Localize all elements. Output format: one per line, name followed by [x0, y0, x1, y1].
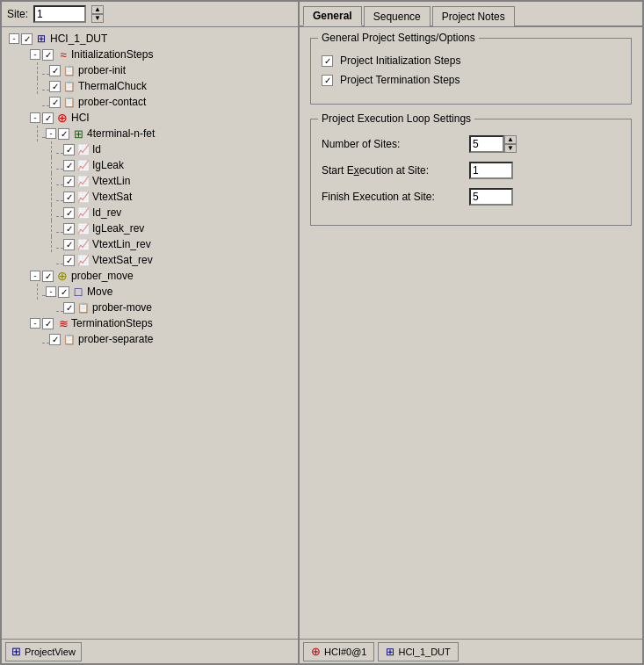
site-input[interactable] — [33, 5, 86, 23]
tree-container[interactable]: - ⊞ HCI_1_DUT - ≈ InitializationSteps 📋 … — [2, 27, 298, 639]
tree-row-hci[interactable]: - ⊕ HCI — [2, 110, 298, 126]
checkbox-vtextlin[interactable] — [63, 176, 75, 187]
tree-row-vtextlin[interactable]: 📈 VtextLin — [2, 173, 298, 189]
tree-row-thermal-chuck[interactable]: 📋 ThermalChuck — [2, 78, 298, 94]
tab-project-notes[interactable]: Project Notes — [432, 6, 515, 26]
expand-hci[interactable]: - — [30, 112, 40, 123]
label-vtextsat-rev: VtextSat_rev — [92, 254, 153, 266]
checkbox-proj-term[interactable] — [322, 75, 333, 86]
tree-row-prober-move[interactable]: - ⊕ prober_move — [2, 268, 298, 284]
num-sites-spinner: ▲ ▼ — [504, 135, 517, 153]
left-bottom-bar: ⊞ ProjectView — [2, 639, 298, 663]
label-move: Move — [87, 286, 112, 298]
checkbox-igleak-rev[interactable] — [63, 223, 75, 235]
start-exec-label: Start Execution at Site: — [322, 164, 462, 177]
init-steps-row: Project Initialization Steps — [322, 54, 620, 67]
checkbox-prober-sep[interactable] — [49, 334, 61, 345]
tree-row-prober-init[interactable]: 📋 prober-init — [2, 62, 298, 78]
right-panel: General Sequence Project Notes General P… — [299, 0, 644, 665]
checkbox-prober-move2[interactable] — [63, 302, 75, 314]
label-vtextsat: VtextSat — [92, 191, 132, 203]
checkbox-prober-contact[interactable] — [49, 97, 61, 108]
general-settings-title: General Project Settings/Options — [318, 32, 479, 44]
tree-row-prober-sep[interactable]: 📋 prober-separate — [2, 331, 298, 347]
expand-hci1-dut[interactable]: - — [9, 33, 19, 44]
label-hci1-dut: HCI_1_DUT — [50, 33, 107, 45]
expand-move[interactable]: - — [46, 286, 56, 297]
checkbox-term-steps[interactable] — [42, 318, 54, 329]
expand-term-steps[interactable]: - — [30, 318, 40, 329]
label-vtextlin: VtextLin — [92, 175, 130, 187]
start-exec-row: Start Execution at Site: — [322, 162, 620, 179]
checkbox-vtextsat-rev[interactable] — [63, 255, 75, 266]
checkbox-igleak[interactable] — [63, 160, 75, 171]
meas-icon-id-rev: 📈 — [76, 206, 90, 219]
term-steps-icon: ≋ — [55, 317, 69, 329]
4terminal-icon: ⊞ — [71, 127, 85, 140]
tab-general[interactable]: General — [303, 6, 362, 26]
tree-row-prober-contact[interactable]: 📋 prober-contact — [2, 94, 298, 110]
tab-sequence[interactable]: Sequence — [364, 6, 431, 26]
checkbox-id-rev[interactable] — [63, 207, 75, 219]
checkbox-prober-move[interactable] — [42, 271, 54, 282]
checkbox-4terminal[interactable] — [58, 128, 69, 140]
term-steps-row: Project Termination Steps — [322, 74, 620, 86]
tree-row-vtextsat[interactable]: 📈 VtextSat — [2, 189, 298, 205]
doc-icon-contact: 📋 — [62, 96, 76, 108]
project-view-icon: ⊞ — [11, 645, 21, 658]
checkbox-init-steps[interactable] — [42, 49, 54, 61]
label-id: Id — [92, 143, 101, 155]
loop-settings-group: Project Execution Loop Settings Number o… — [310, 119, 632, 226]
tree-row-id[interactable]: 📈 Id — [2, 141, 298, 157]
expand-init-steps[interactable]: - — [30, 49, 40, 60]
checkbox-vtextlin-rev[interactable] — [63, 239, 75, 250]
tree-row-hci1-dut[interactable]: - ⊞ HCI_1_DUT — [2, 31, 298, 47]
num-sites-input[interactable] — [469, 135, 504, 153]
hci-bottom-tab[interactable]: ⊕ HCI#0@1 — [303, 642, 374, 661]
meas-icon-id: 📈 — [76, 143, 90, 155]
checkbox-proj-init[interactable] — [322, 55, 333, 67]
meas-icon-vtextsat: 📈 — [76, 191, 90, 203]
label-4terminal: 4terminal-n-fet — [87, 127, 155, 140]
spinner-up[interactable]: ▲ — [91, 5, 104, 14]
doc-icon-thermal: 📋 — [62, 80, 76, 92]
expand-prober-move[interactable]: - — [30, 271, 40, 281]
tree-row-igleak-rev[interactable]: 📈 IgLeak_rev — [2, 220, 298, 236]
checkbox-thermal-chuck[interactable] — [49, 81, 61, 92]
checkbox-vtextsat[interactable] — [63, 192, 75, 203]
num-sites-spinner-up[interactable]: ▲ — [504, 135, 517, 144]
checkbox-hci1-dut[interactable] — [21, 33, 33, 45]
label-thermal-chuck: ThermalChuck — [78, 80, 147, 92]
tree-row-init-steps[interactable]: - ≈ InitializationSteps — [2, 47, 298, 62]
tree-row-vtextsat-rev[interactable]: 📈 VtextSat_rev — [2, 252, 298, 268]
project-view-label: ProjectView — [25, 647, 76, 657]
checkbox-id[interactable] — [63, 144, 75, 155]
checkbox-hci[interactable] — [42, 112, 54, 124]
tree-row-vtextlin-rev[interactable]: 📈 VtextLin_rev — [2, 236, 298, 252]
tree-row-move[interactable]: - □ Move — [2, 284, 298, 300]
label-id-rev: Id_rev — [92, 206, 121, 219]
label-igleak-rev: IgLeak_rev — [92, 222, 144, 235]
tree-row-4terminal[interactable]: - ⊞ 4terminal-n-fet — [2, 126, 298, 141]
project-view-tab[interactable]: ⊞ ProjectView — [5, 642, 82, 661]
label-hci: HCI — [71, 112, 90, 124]
checkbox-prober-init[interactable] — [49, 65, 61, 76]
dut-icon: ⊞ — [34, 33, 48, 45]
hci-bottom-icon: ⊕ — [311, 645, 321, 658]
move-node-icon: ⊕ — [55, 270, 69, 282]
tree-row-id-rev[interactable]: 📈 Id_rev — [2, 205, 298, 220]
tabs-header: General Sequence Project Notes — [300, 2, 642, 27]
spinner-down[interactable]: ▼ — [91, 14, 104, 23]
hci-dut-bottom-icon: ⊞ — [386, 646, 394, 658]
hci-dut-bottom-tab[interactable]: ⊞ HCl_1_DUT — [378, 642, 458, 661]
tree-row-igleak[interactable]: 📈 IgLeak — [2, 157, 298, 173]
tree-row-prober-move2[interactable]: 📋 prober-move — [2, 300, 298, 315]
checkbox-move[interactable] — [58, 286, 69, 298]
num-sites-spinner-down[interactable]: ▼ — [504, 144, 517, 153]
tree-row-term-steps[interactable]: - ≋ TerminationSteps — [2, 315, 298, 331]
label-term-steps: TerminationSteps — [71, 317, 153, 329]
finish-exec-input[interactable] — [469, 188, 513, 206]
start-exec-input[interactable] — [469, 162, 513, 179]
finish-exec-label: Finish Execution at Site: — [322, 191, 462, 203]
expand-4terminal[interactable]: - — [46, 128, 56, 139]
